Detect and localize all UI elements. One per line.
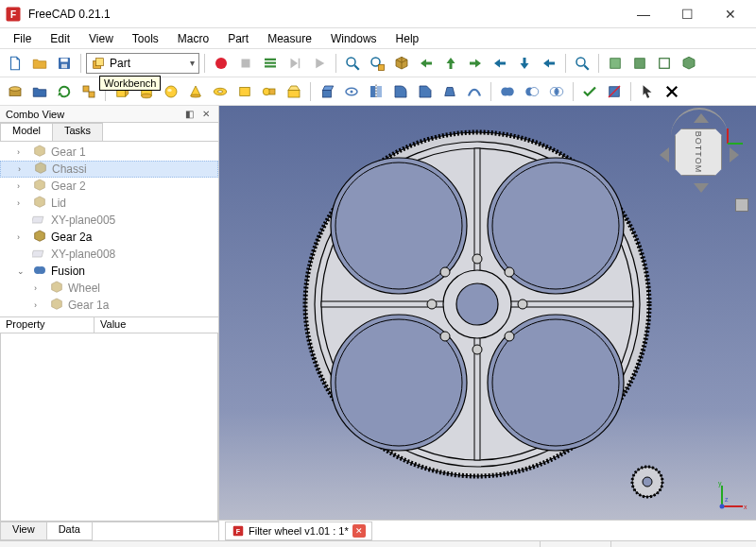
refresh-button[interactable] (53, 80, 76, 103)
prism-primitive-button[interactable] (233, 80, 256, 103)
extrude-button[interactable] (316, 80, 338, 103)
menu-measure[interactable]: Measure (258, 30, 321, 47)
combo-close-button[interactable]: ✕ (199, 108, 213, 121)
property-tabs: View Data (0, 521, 218, 540)
boolean-common-button[interactable] (545, 80, 568, 103)
workbench-selector[interactable]: Part ▾ (86, 53, 199, 74)
tree-item[interactable]: ›Lid (0, 195, 218, 212)
tree-item[interactable]: ›Gear 1 (0, 144, 218, 161)
tab-tasks[interactable]: Tasks (52, 123, 103, 141)
view-rear-button[interactable] (489, 52, 511, 75)
tab-view[interactable]: View (0, 522, 47, 540)
revolve-button[interactable] (340, 80, 363, 103)
status-nav-style[interactable]: CAD ▾ (540, 541, 603, 547)
bounding-box-button[interactable] (628, 52, 651, 75)
tree-item[interactable]: ›Gear 2 (0, 178, 218, 195)
wireframe-button[interactable] (653, 52, 676, 75)
menu-file[interactable]: File (4, 30, 41, 47)
tree-item[interactable]: XY-plane005 (0, 212, 218, 229)
macro-stop-button[interactable] (234, 52, 257, 75)
menu-macro[interactable]: Macro (168, 30, 218, 47)
cube-shaded-icon (680, 55, 697, 72)
fillet-button[interactable] (389, 80, 412, 103)
isometric-button[interactable] (390, 52, 413, 75)
macros-button[interactable] (259, 52, 282, 75)
macro-record-button[interactable] (210, 52, 232, 75)
tab-data[interactable]: Data (46, 522, 93, 540)
navcube-arrow-up[interactable] (694, 113, 709, 123)
tree-sync-button[interactable] (4, 80, 26, 103)
macro-step-button[interactable] (284, 52, 306, 75)
3d-viewport[interactable]: BOTTOM x y z F Filter wheel v1.01 : 1* ✕ (219, 106, 756, 540)
tree-item[interactable]: ›Gear 2a (0, 229, 218, 246)
check-geometry-button[interactable] (578, 80, 601, 103)
shape-builder-button[interactable] (283, 80, 305, 103)
primitives-more-button[interactable] (258, 80, 281, 103)
document-tab[interactable]: F Filter wheel v1.01 : 1* ✕ (225, 521, 372, 540)
view-front-button[interactable] (415, 52, 438, 75)
chamfer-button[interactable] (414, 80, 437, 103)
maximize-button[interactable]: ☐ (665, 0, 709, 28)
tree-expander[interactable]: › (18, 164, 29, 174)
doc-open-button[interactable] (28, 80, 51, 103)
menu-edit[interactable]: Edit (41, 30, 79, 47)
navcube-mini-icon[interactable] (735, 198, 748, 212)
fit-selection-button[interactable] (366, 52, 388, 75)
navigation-cube[interactable]: BOTTOM (660, 113, 739, 193)
menu-view[interactable]: View (79, 30, 123, 47)
link-group-button[interactable] (77, 80, 100, 103)
tab-model[interactable]: Model (0, 123, 53, 141)
save-button[interactable] (53, 52, 76, 75)
tree-item[interactable]: XY-plane008 (0, 246, 218, 263)
view-right-button[interactable] (464, 52, 487, 75)
section-button[interactable] (603, 80, 626, 103)
menu-help[interactable]: Help (387, 30, 429, 47)
sphere-primitive-button[interactable] (160, 80, 182, 103)
tree-item[interactable]: ⌄Fusion (0, 263, 218, 280)
navcube-arrow-right[interactable] (730, 147, 739, 162)
model-tree[interactable]: ›Gear 1›Chassi›Gear 2›LidXY-plane005›Gea… (0, 142, 218, 316)
close-button[interactable]: ✕ (709, 0, 752, 28)
tree-expander[interactable]: › (34, 283, 45, 293)
svg-point-84 (643, 477, 652, 487)
menu-windows[interactable]: Windows (321, 30, 387, 47)
view-top-button[interactable] (439, 52, 462, 75)
whats-this-button[interactable] (636, 80, 659, 103)
navcube-arrow-down[interactable] (694, 183, 709, 193)
x-icon (663, 83, 680, 100)
menu-tools[interactable]: Tools (123, 30, 168, 47)
menu-part[interactable]: Part (218, 30, 258, 47)
minimize-button[interactable]: — (622, 0, 665, 28)
mirror-button[interactable] (365, 80, 387, 103)
view-left-button[interactable] (538, 52, 560, 75)
cone-primitive-button[interactable] (184, 80, 207, 103)
tree-expander[interactable]: › (17, 232, 28, 242)
document-tab-close[interactable]: ✕ (352, 524, 366, 538)
open-file-button[interactable] (28, 52, 51, 75)
tree-item[interactable]: ›Wheel (0, 280, 218, 297)
boolean-cut-button[interactable] (521, 80, 543, 103)
appearance-button[interactable] (678, 52, 700, 75)
new-file-button[interactable] (4, 52, 26, 75)
navcube-arrow-left[interactable] (660, 147, 669, 162)
tree-expander[interactable]: ⌄ (17, 266, 28, 276)
boolean-union-button[interactable] (496, 80, 519, 103)
tree-expander[interactable]: › (34, 300, 45, 310)
menu-bar: File Edit View Tools Macro Part Measure … (0, 28, 756, 49)
torus-primitive-button[interactable] (209, 80, 232, 103)
macro-play-button[interactable] (308, 52, 331, 75)
combo-float-button[interactable]: ◧ (182, 108, 196, 121)
loft-button[interactable] (438, 80, 461, 103)
view-bottom-button[interactable] (513, 52, 536, 75)
sweep-button[interactable] (463, 80, 486, 103)
zoom-button[interactable] (571, 52, 593, 75)
tree-expander[interactable]: › (17, 181, 28, 191)
fit-all-button[interactable] (341, 52, 364, 75)
tree-expander[interactable]: › (17, 198, 28, 208)
draw-style-button[interactable] (604, 52, 627, 75)
x-close-button[interactable] (661, 80, 683, 103)
navcube-face[interactable]: BOTTOM (675, 128, 722, 176)
tree-expander[interactable]: › (17, 147, 28, 157)
tree-item[interactable]: ›Gear 1a (0, 297, 218, 314)
tree-item[interactable]: ›Chassi (0, 161, 218, 178)
